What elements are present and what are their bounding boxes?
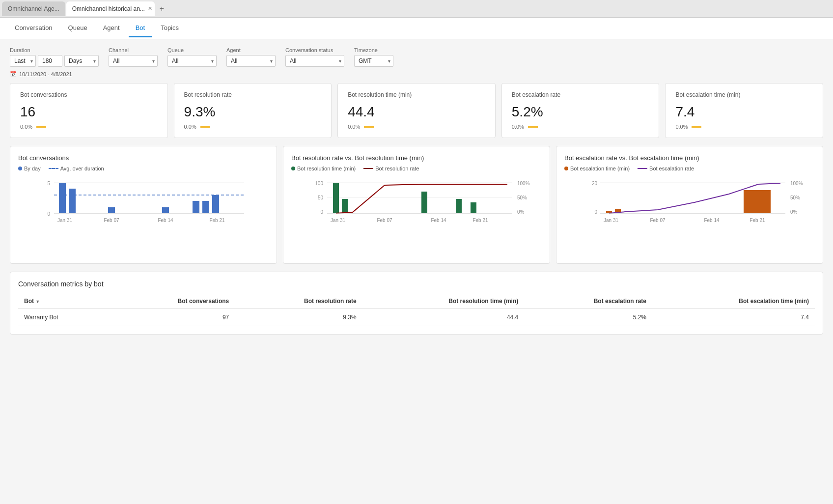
tab-bot[interactable]: Bot bbox=[129, 19, 152, 37]
timezone-select[interactable]: GMT UTC EST bbox=[354, 55, 393, 67]
kpi-bot-escalation-time-change: 0.0% bbox=[675, 124, 688, 130]
bot-escalation-svg: 20 0 100% 50% 0% Jan 31 Fe bbox=[564, 175, 815, 254]
bot-escalation-chart-title: Bot escalation rate vs. Bot escalation t… bbox=[564, 154, 815, 162]
svg-text:Feb 21: Feb 21 bbox=[750, 218, 765, 223]
duration-period-select[interactable]: Days Weeks Months bbox=[64, 55, 99, 67]
td-bot-name: Warranty Bot bbox=[18, 309, 110, 326]
svg-text:0: 0 bbox=[320, 209, 323, 215]
bot-conversations-chart: Bot conversations By day Avg. over durat… bbox=[10, 146, 277, 264]
agent-select-wrapper: All bbox=[226, 55, 276, 67]
browser-tab-1[interactable]: Omnichannel Age... bbox=[2, 1, 65, 16]
kpi-bot-resolution-rate-bar bbox=[200, 126, 210, 128]
svg-text:Feb 07: Feb 07 bbox=[377, 218, 392, 223]
kpi-bot-resolution-rate-title: Bot resolution rate bbox=[184, 91, 322, 98]
kpi-bot-conversations-footer: 0.0% bbox=[20, 124, 158, 130]
browser-tab-2[interactable]: Omnichannel historical an... ✕ bbox=[66, 1, 155, 16]
bar-jan31-2 bbox=[69, 189, 76, 213]
queue-select[interactable]: All bbox=[167, 55, 217, 67]
res-bar-1 bbox=[333, 183, 339, 213]
th-bot-label: Bot bbox=[24, 298, 34, 305]
kpi-bot-escalation-time-value: 7.4 bbox=[675, 104, 813, 120]
legend-resolution-time-dot bbox=[291, 167, 295, 170]
duration-controls: Last Days Weeks Months bbox=[10, 55, 99, 67]
legend-escalation-time: Bot escalation time (min) bbox=[564, 166, 630, 171]
tab-topics[interactable]: Topics bbox=[154, 19, 186, 37]
bot-escalation-chart-legend: Bot escalation time (min) Bot escalation… bbox=[564, 166, 815, 171]
duration-period-wrapper: Days Weeks Months bbox=[64, 55, 99, 67]
kpi-bot-conversations: Bot conversations 16 0.0% bbox=[10, 83, 168, 138]
main-content: Duration Last Days Weeks Months bbox=[0, 39, 833, 504]
svg-text:100%: 100% bbox=[517, 181, 530, 186]
legend-by-day: By day bbox=[18, 166, 41, 171]
svg-text:Jan 31: Jan 31 bbox=[331, 218, 345, 223]
tab-queue[interactable]: Queue bbox=[61, 19, 94, 37]
svg-text:50%: 50% bbox=[790, 195, 800, 200]
bot-resolution-svg: 100 50 0 100% 50% 0% bbox=[291, 175, 542, 254]
tab-agent[interactable]: Agent bbox=[96, 19, 127, 37]
kpi-bot-escalation-rate-footer: 0.0% bbox=[512, 124, 649, 130]
kpi-bot-resolution-time-footer: 0.0% bbox=[348, 124, 485, 130]
bar-feb14-1 bbox=[162, 207, 169, 213]
bar-feb21-1 bbox=[193, 201, 199, 213]
kpi-bot-escalation-time-bar bbox=[692, 126, 701, 128]
svg-text:20: 20 bbox=[592, 181, 598, 186]
channel-select-wrapper: All bbox=[109, 55, 158, 67]
th-bot-resolution-rate: Bot resolution rate bbox=[235, 294, 362, 309]
res-bar-3 bbox=[421, 192, 427, 213]
legend-by-day-label: By day bbox=[24, 166, 41, 171]
kpi-bot-escalation-rate-title: Bot escalation rate bbox=[512, 91, 649, 98]
legend-escalation-rate-label: Bot escalation rate bbox=[649, 166, 694, 171]
svg-text:0%: 0% bbox=[517, 209, 525, 215]
date-range: 📅 10/11/2020 - 4/8/2021 bbox=[10, 71, 823, 77]
svg-text:100%: 100% bbox=[790, 181, 803, 186]
th-bot-resolution-time: Bot resolution time (min) bbox=[362, 294, 525, 309]
tab-conversation[interactable]: Conversation bbox=[8, 19, 59, 37]
duration-label: Duration bbox=[10, 47, 99, 53]
duration-number-input[interactable] bbox=[38, 55, 62, 67]
th-bot-escalation-rate: Bot escalation rate bbox=[524, 294, 652, 309]
date-range-text: 10/11/2020 - 4/8/2021 bbox=[19, 71, 72, 77]
esc-bar-feb21 bbox=[744, 190, 771, 213]
channel-select[interactable]: All bbox=[109, 55, 158, 67]
close-tab-icon[interactable]: ✕ bbox=[148, 5, 152, 12]
bar-jan31-1 bbox=[59, 183, 66, 213]
svg-text:Feb 14: Feb 14 bbox=[704, 218, 720, 223]
kpi-bot-resolution-rate-value: 9.3% bbox=[184, 104, 322, 120]
sort-bot-icon[interactable]: ▼ bbox=[35, 299, 40, 304]
new-tab-button[interactable]: + bbox=[156, 4, 168, 13]
svg-text:0: 0 bbox=[47, 211, 50, 217]
legend-escalation-time-label: Bot escalation time (min) bbox=[570, 166, 630, 171]
timezone-label: Timezone bbox=[354, 47, 393, 53]
conv-status-select-wrapper: All bbox=[285, 55, 344, 67]
bot-conversations-svg: 5 0 bbox=[18, 175, 269, 254]
nav-tab-bar: Conversation Queue Agent Bot Topics bbox=[0, 18, 833, 39]
kpi-bot-resolution-time-value: 44.4 bbox=[348, 104, 485, 120]
browser-tab-bar: Omnichannel Age... Omnichannel historica… bbox=[0, 0, 833, 18]
bot-resolution-chart-title: Bot resolution rate vs. Bot resolution t… bbox=[291, 154, 542, 162]
legend-resolution-rate: Bot resolution rate bbox=[363, 166, 419, 171]
res-bar-2 bbox=[342, 199, 348, 213]
bar-feb21-3 bbox=[212, 195, 219, 213]
bar-feb21-2 bbox=[202, 201, 209, 213]
svg-text:Feb 14: Feb 14 bbox=[158, 218, 173, 223]
duration-prefix-select[interactable]: Last bbox=[10, 55, 36, 67]
legend-by-day-dot bbox=[18, 167, 22, 170]
agent-select[interactable]: All bbox=[226, 55, 276, 67]
kpi-bot-resolution-rate-change: 0.0% bbox=[184, 124, 196, 130]
agent-label: Agent bbox=[226, 47, 276, 53]
svg-text:50: 50 bbox=[318, 195, 324, 200]
svg-text:0: 0 bbox=[594, 209, 597, 215]
kpi-row: Bot conversations 16 0.0% Bot resolution… bbox=[10, 83, 823, 138]
duration-prefix-wrapper: Last bbox=[10, 55, 36, 67]
conversation-status-select[interactable]: All bbox=[285, 55, 344, 67]
legend-resolution-time-label: Bot resolution time (min) bbox=[297, 166, 356, 171]
th-bot-conversations: Bot conversations bbox=[110, 294, 235, 309]
table-section: Conversation metrics by bot Bot ▼ Bot co… bbox=[10, 272, 823, 335]
browser-tab-2-label: Omnichannel historical an... bbox=[72, 5, 145, 12]
td-bot-resolution-time: 44.4 bbox=[362, 309, 525, 326]
svg-text:0%: 0% bbox=[790, 209, 798, 215]
svg-text:Feb 07: Feb 07 bbox=[104, 218, 119, 223]
queue-label: Queue bbox=[167, 47, 217, 53]
kpi-bot-resolution-rate: Bot resolution rate 9.3% 0.0% bbox=[174, 83, 332, 138]
timezone-select-wrapper: GMT UTC EST bbox=[354, 55, 393, 67]
